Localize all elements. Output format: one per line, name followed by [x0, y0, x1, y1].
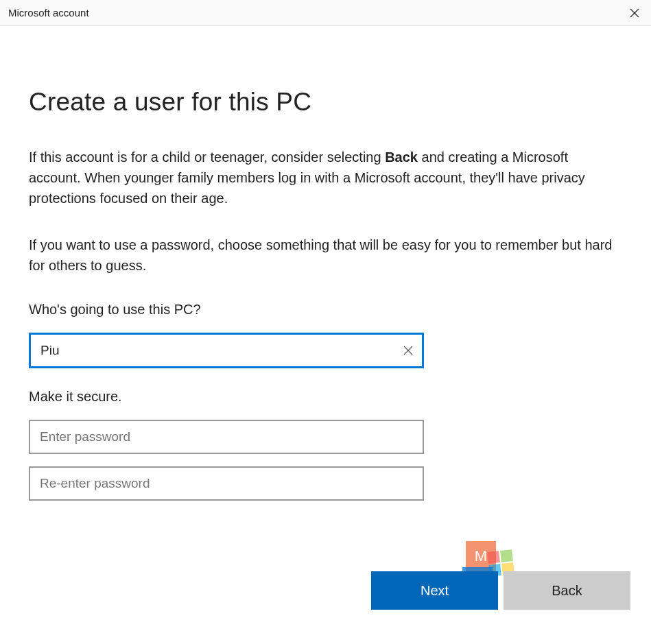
description-paragraph-1: If this account is for a child or teenag…	[29, 147, 622, 208]
next-button[interactable]: Next	[371, 571, 498, 610]
close-button[interactable]	[618, 0, 651, 26]
username-input-wrap	[29, 333, 424, 368]
confirm-password-input-wrap	[29, 466, 424, 501]
username-input[interactable]	[29, 333, 424, 368]
watermark-m-icon: M	[466, 541, 496, 571]
password-input-wrap	[29, 420, 424, 454]
clear-icon	[403, 346, 413, 355]
titlebar: Microsoft account	[0, 0, 651, 26]
confirm-password-input[interactable]	[29, 466, 424, 501]
desc1-bold: Back	[385, 150, 418, 165]
clear-input-button[interactable]	[402, 344, 414, 357]
password-section-label: Make it secure.	[29, 389, 622, 405]
username-label: Who's going to use this PC?	[29, 302, 622, 318]
close-icon	[630, 8, 639, 18]
back-button[interactable]: Back	[504, 571, 630, 610]
desc1-pre: If this account is for a child or teenag…	[29, 150, 385, 165]
window-title: Microsoft account	[8, 7, 89, 19]
description-paragraph-2: If you want to use a password, choose so…	[29, 235, 622, 276]
main-content: Create a user for this PC If this accoun…	[0, 26, 651, 501]
page-heading: Create a user for this PC	[29, 88, 622, 117]
password-input[interactable]	[29, 420, 424, 454]
footer-buttons: Next Back	[371, 571, 630, 610]
